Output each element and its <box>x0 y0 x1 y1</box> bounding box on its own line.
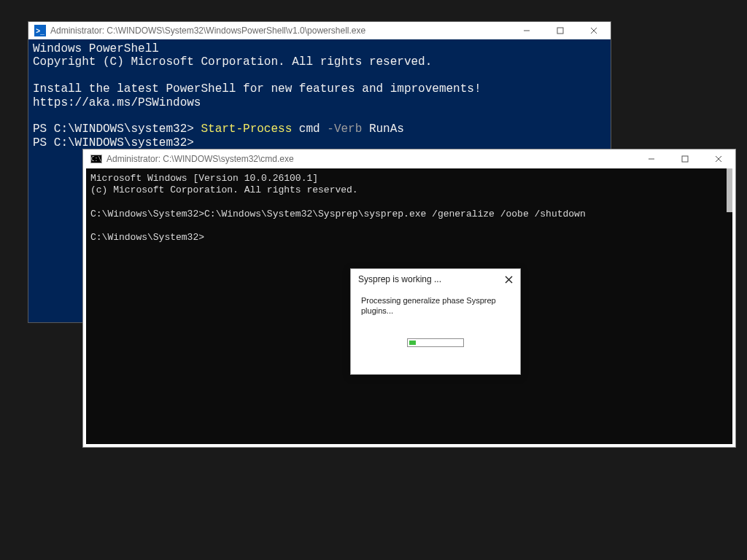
svg-rect-5 <box>682 156 688 162</box>
ps-install-msg: Install the latest PowerShell for new fe… <box>33 82 488 109</box>
close-button[interactable] <box>497 269 520 289</box>
cmd-command1: C:\Windows\System32\Sysprep\sysprep.exe … <box>204 209 586 219</box>
ps-cmd-flag: -Verb <box>327 122 362 136</box>
powershell-titlebar[interactable]: >_ Administrator: C:\WINDOWS\System32\Wi… <box>28 22 611 39</box>
ps-prompt-1: PS C:\WINDOWS\system32> <box>33 122 201 136</box>
sysprep-progressbar-fill <box>409 341 416 345</box>
sysprep-title: Sysprep is working ... <box>358 274 441 284</box>
cmd-line2: (c) Microsoft Corporation. All rights re… <box>90 184 358 195</box>
powershell-title-text: Administrator: C:\WINDOWS\System32\Windo… <box>50 26 510 36</box>
maximize-button[interactable] <box>543 22 577 39</box>
ps-cmd-arg1: cmd <box>292 122 327 136</box>
minimize-button[interactable] <box>635 150 668 168</box>
scrollbar-thumb[interactable] <box>727 168 732 212</box>
cmd-line1: Microsoft Windows [Version 10.0.26100.1] <box>90 173 318 184</box>
close-button[interactable] <box>577 22 611 39</box>
close-button[interactable] <box>702 150 735 168</box>
minimize-button[interactable] <box>510 22 543 39</box>
cmd-titlebar[interactable]: C:\ Administrator: C:\WINDOWS\system32\c… <box>83 149 735 168</box>
sysprep-status-text: Processing generalize phase Sysprep plug… <box>361 295 510 316</box>
ps-banner-2: Copyright (C) Microsoft Corporation. All… <box>33 55 432 69</box>
powershell-icon: >_ <box>34 25 46 36</box>
sysprep-body: Processing generalize phase Sysprep plug… <box>351 289 520 347</box>
sysprep-dialog: Sysprep is working ... Processing genera… <box>350 268 521 375</box>
cmd-prompt2: C:\Windows\System32> <box>90 232 204 243</box>
ps-banner-1: Windows PowerShell <box>33 42 159 55</box>
maximize-button[interactable] <box>668 150 702 168</box>
svg-rect-1 <box>557 28 563 34</box>
ps-prompt-2: PS C:\WINDOWS\system32> <box>33 136 194 149</box>
ps-cmd-arg2: RunAs <box>362 122 404 136</box>
cmd-prompt1: C:\Windows\System32> <box>90 209 204 219</box>
sysprep-progressbar <box>407 338 464 347</box>
ps-cmd-startprocess: Start-Process <box>201 122 292 136</box>
sysprep-titlebar[interactable]: Sysprep is working ... <box>351 269 520 289</box>
cmd-icon: C:\ <box>90 155 102 163</box>
cmd-title-text: Administrator: C:\WINDOWS\system32\cmd.e… <box>107 154 635 164</box>
